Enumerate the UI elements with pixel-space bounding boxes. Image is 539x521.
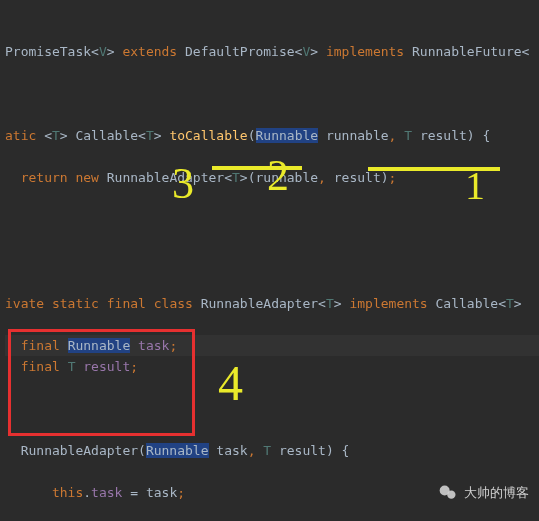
watermark: 大帅的博客 <box>438 482 529 503</box>
code-line <box>5 251 539 272</box>
code-line: RunnableAdapter(Runnable task, T result)… <box>5 440 539 461</box>
svg-point-1 <box>447 490 455 498</box>
code-line: ivate static final class RunnableAdapter… <box>5 293 539 314</box>
code-line: atic <T> Callable<T> toCallable(Runnable… <box>5 125 539 146</box>
code-line: PromiseTask<V> extends DefaultPromise<V>… <box>5 41 539 62</box>
wechat-icon <box>438 483 458 503</box>
code-line: return new RunnableAdapter<T>(runnable, … <box>5 167 539 188</box>
code-line <box>5 398 539 419</box>
code-line <box>5 209 539 230</box>
watermark-text: 大帅的博客 <box>464 482 529 503</box>
code-line-cursor: final Runnable task; <box>5 335 539 356</box>
code-editor[interactable]: PromiseTask<V> extends DefaultPromise<V>… <box>0 0 539 521</box>
code-line <box>5 83 539 104</box>
code-line: final T result; <box>5 356 539 377</box>
